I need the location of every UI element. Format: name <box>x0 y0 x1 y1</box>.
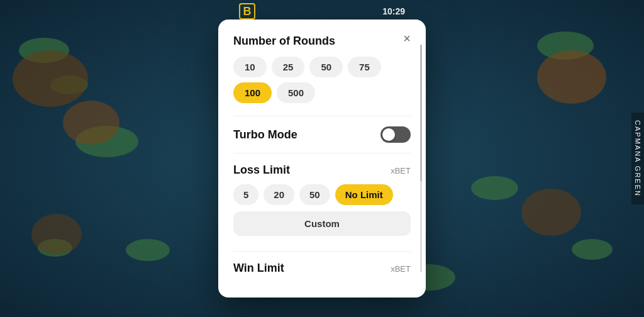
win-limit-title: Win Limit <box>233 262 284 275</box>
loss-limit-options: 5 20 50 No Limit <box>233 184 411 205</box>
win-limit-section: Win Limit xBET <box>233 262 411 275</box>
loss-limit-btn-nolimit[interactable]: No Limit <box>335 184 393 205</box>
divider-1 <box>233 116 411 116</box>
round-btn-100[interactable]: 100 <box>233 82 272 103</box>
scrollbar-thumb <box>420 45 422 181</box>
settings-modal: × Number of Rounds 10 25 50 75 100 500 T… <box>218 19 426 298</box>
scrollbar-track <box>420 45 422 272</box>
loss-limit-custom-button[interactable]: Custom <box>233 211 411 236</box>
loss-limit-btn-5[interactable]: 5 <box>233 184 258 205</box>
round-btn-75[interactable]: 75 <box>348 57 381 77</box>
toggle-thumb <box>382 128 395 141</box>
turbo-section: Turbo Mode <box>233 126 411 143</box>
modal-overlay: × Number of Rounds 10 25 50 75 100 500 T… <box>0 0 644 317</box>
round-btn-10[interactable]: 10 <box>233 57 267 77</box>
win-limit-unit: xBET <box>391 264 411 274</box>
loss-limit-unit: xBET <box>391 166 411 175</box>
loss-limit-title: Loss Limit <box>233 164 290 177</box>
divider-3 <box>233 251 411 252</box>
loss-limit-section: Loss Limit xBET 5 20 50 No Limit Custom <box>233 164 411 241</box>
round-btn-500[interactable]: 500 <box>277 82 315 103</box>
turbo-title: Turbo Mode <box>233 128 297 142</box>
divider-2 <box>233 153 411 153</box>
loss-limit-btn-20[interactable]: 20 <box>264 184 294 205</box>
turbo-toggle[interactable] <box>380 126 411 143</box>
rounds-options: 10 25 50 75 100 500 <box>233 57 411 103</box>
loss-limit-btn-50[interactable]: 50 <box>299 184 330 205</box>
close-button[interactable]: × <box>398 30 416 47</box>
round-btn-25[interactable]: 25 <box>272 57 305 77</box>
rounds-title: Number of Rounds <box>233 35 411 48</box>
rounds-section: Number of Rounds 10 25 50 75 100 500 <box>233 35 411 103</box>
round-btn-50[interactable]: 50 <box>309 57 343 77</box>
